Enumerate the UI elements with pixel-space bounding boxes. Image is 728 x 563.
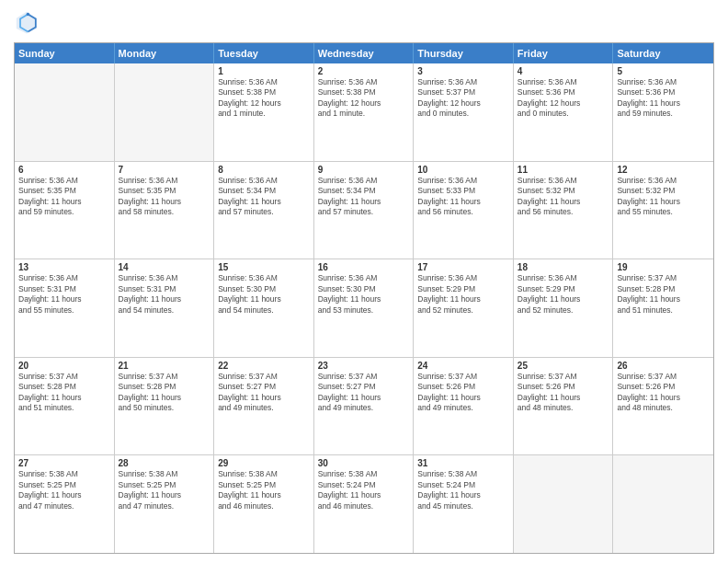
- logo-icon: [14, 9, 40, 35]
- calendar-body: 1Sunrise: 5:36 AMSunset: 5:38 PMDaylight…: [15, 63, 713, 553]
- week-row-4: 20Sunrise: 5:37 AMSunset: 5:28 PMDayligh…: [15, 358, 713, 456]
- cell-info: Sunrise: 5:38 AMSunset: 5:25 PMDaylight:…: [218, 469, 310, 511]
- cal-cell: 27Sunrise: 5:38 AMSunset: 5:25 PMDayligh…: [15, 455, 115, 553]
- day-number: 28: [119, 458, 210, 468]
- day-number: 12: [617, 165, 710, 175]
- day-number: 21: [119, 361, 210, 371]
- day-number: 2: [318, 66, 410, 76]
- cal-cell: [514, 455, 614, 553]
- day-number: 13: [18, 262, 110, 272]
- cell-info: Sunrise: 5:37 AMSunset: 5:28 PMDaylight:…: [119, 372, 210, 414]
- day-header-wednesday: Wednesday: [314, 43, 415, 63]
- cell-info: Sunrise: 5:37 AMSunset: 5:26 PMDaylight:…: [617, 372, 710, 414]
- day-number: 29: [218, 458, 310, 468]
- day-number: 10: [417, 165, 509, 175]
- day-number: 6: [18, 165, 110, 175]
- cell-info: Sunrise: 5:36 AMSunset: 5:33 PMDaylight:…: [417, 176, 509, 218]
- cell-info: Sunrise: 5:37 AMSunset: 5:27 PMDaylight:…: [318, 372, 410, 414]
- cal-cell: 8Sunrise: 5:36 AMSunset: 5:34 PMDaylight…: [214, 162, 314, 259]
- cal-cell: 11Sunrise: 5:36 AMSunset: 5:32 PMDayligh…: [514, 162, 614, 259]
- cell-info: Sunrise: 5:36 AMSunset: 5:36 PMDaylight:…: [617, 77, 710, 120]
- cell-info: Sunrise: 5:38 AMSunset: 5:25 PMDaylight:…: [18, 469, 110, 511]
- cell-info: Sunrise: 5:36 AMSunset: 5:37 PMDaylight:…: [417, 77, 509, 120]
- cell-info: Sunrise: 5:37 AMSunset: 5:27 PMDaylight:…: [218, 372, 310, 414]
- day-header-monday: Monday: [115, 43, 215, 63]
- cell-info: Sunrise: 5:36 AMSunset: 5:34 PMDaylight:…: [218, 176, 310, 218]
- day-number: 26: [617, 361, 710, 371]
- week-row-5: 27Sunrise: 5:38 AMSunset: 5:25 PMDayligh…: [15, 455, 713, 553]
- cal-cell: 2Sunrise: 5:36 AMSunset: 5:38 PMDaylight…: [314, 63, 415, 161]
- day-number: 27: [18, 458, 110, 468]
- day-number: 7: [119, 165, 210, 175]
- cal-cell: 31Sunrise: 5:38 AMSunset: 5:24 PMDayligh…: [414, 455, 514, 553]
- cal-cell: 22Sunrise: 5:37 AMSunset: 5:27 PMDayligh…: [214, 358, 314, 455]
- cal-cell: 21Sunrise: 5:37 AMSunset: 5:28 PMDayligh…: [115, 358, 215, 455]
- day-number: 18: [518, 262, 609, 272]
- cell-info: Sunrise: 5:37 AMSunset: 5:28 PMDaylight:…: [617, 273, 710, 316]
- cal-cell: 13Sunrise: 5:36 AMSunset: 5:31 PMDayligh…: [15, 259, 115, 357]
- day-number: 22: [218, 361, 310, 371]
- cell-info: Sunrise: 5:38 AMSunset: 5:24 PMDaylight:…: [417, 469, 509, 511]
- cell-info: Sunrise: 5:36 AMSunset: 5:35 PMDaylight:…: [18, 176, 110, 218]
- cal-cell: 26Sunrise: 5:37 AMSunset: 5:26 PMDayligh…: [613, 358, 713, 455]
- day-number: 30: [318, 458, 410, 468]
- cal-cell: [15, 63, 115, 161]
- calendar: SundayMondayTuesdayWednesdayThursdayFrid…: [14, 42, 714, 554]
- day-number: 4: [518, 66, 609, 76]
- cal-cell: [613, 455, 713, 553]
- day-number: 3: [417, 66, 509, 76]
- cell-info: Sunrise: 5:36 AMSunset: 5:38 PMDaylight:…: [318, 77, 410, 120]
- cal-cell: 10Sunrise: 5:36 AMSunset: 5:33 PMDayligh…: [414, 162, 514, 259]
- day-number: 9: [318, 165, 410, 175]
- day-number: 1: [218, 66, 310, 76]
- day-header-tuesday: Tuesday: [214, 43, 314, 63]
- cell-info: Sunrise: 5:36 AMSunset: 5:31 PMDaylight:…: [18, 273, 110, 316]
- day-number: 24: [417, 361, 509, 371]
- cell-info: Sunrise: 5:36 AMSunset: 5:36 PMDaylight:…: [518, 77, 609, 120]
- cell-info: Sunrise: 5:36 AMSunset: 5:31 PMDaylight:…: [119, 273, 210, 316]
- day-number: 5: [617, 66, 710, 76]
- cal-cell: 6Sunrise: 5:36 AMSunset: 5:35 PMDaylight…: [15, 162, 115, 259]
- cal-cell: 18Sunrise: 5:36 AMSunset: 5:29 PMDayligh…: [514, 259, 614, 357]
- cell-info: Sunrise: 5:37 AMSunset: 5:26 PMDaylight:…: [518, 372, 609, 414]
- day-number: 15: [218, 262, 310, 272]
- cell-info: Sunrise: 5:37 AMSunset: 5:26 PMDaylight:…: [417, 372, 509, 414]
- cal-cell: [115, 63, 215, 161]
- cell-info: Sunrise: 5:38 AMSunset: 5:25 PMDaylight:…: [119, 469, 210, 511]
- day-number: 11: [518, 165, 609, 175]
- cell-info: Sunrise: 5:36 AMSunset: 5:32 PMDaylight:…: [617, 176, 710, 218]
- svg-point-1: [27, 13, 30, 17]
- cell-info: Sunrise: 5:36 AMSunset: 5:32 PMDaylight:…: [518, 176, 609, 218]
- day-number: 8: [218, 165, 310, 175]
- cal-cell: 24Sunrise: 5:37 AMSunset: 5:26 PMDayligh…: [414, 358, 514, 455]
- cal-cell: 30Sunrise: 5:38 AMSunset: 5:24 PMDayligh…: [314, 455, 415, 553]
- day-number: 14: [119, 262, 210, 272]
- day-header-sunday: Sunday: [15, 43, 115, 63]
- header: [14, 9, 714, 35]
- day-number: 19: [617, 262, 710, 272]
- day-number: 23: [318, 361, 410, 371]
- day-number: 25: [518, 361, 609, 371]
- cell-info: Sunrise: 5:38 AMSunset: 5:24 PMDaylight:…: [318, 469, 410, 511]
- day-number: 20: [18, 361, 110, 371]
- logo: [14, 9, 43, 35]
- cell-info: Sunrise: 5:36 AMSunset: 5:38 PMDaylight:…: [218, 77, 310, 120]
- cell-info: Sunrise: 5:36 AMSunset: 5:29 PMDaylight:…: [417, 273, 509, 316]
- day-header-friday: Friday: [514, 43, 614, 63]
- cal-cell: 4Sunrise: 5:36 AMSunset: 5:36 PMDaylight…: [514, 63, 614, 161]
- day-header-thursday: Thursday: [414, 43, 514, 63]
- cal-cell: 28Sunrise: 5:38 AMSunset: 5:25 PMDayligh…: [115, 455, 215, 553]
- day-number: 31: [417, 458, 509, 468]
- day-number: 16: [318, 262, 410, 272]
- week-row-2: 6Sunrise: 5:36 AMSunset: 5:35 PMDaylight…: [15, 162, 713, 260]
- cal-cell: 12Sunrise: 5:36 AMSunset: 5:32 PMDayligh…: [613, 162, 713, 259]
- cal-cell: 19Sunrise: 5:37 AMSunset: 5:28 PMDayligh…: [613, 259, 713, 357]
- calendar-header: SundayMondayTuesdayWednesdayThursdayFrid…: [15, 43, 713, 63]
- cal-cell: 14Sunrise: 5:36 AMSunset: 5:31 PMDayligh…: [115, 259, 215, 357]
- cell-info: Sunrise: 5:37 AMSunset: 5:28 PMDaylight:…: [18, 372, 110, 414]
- week-row-1: 1Sunrise: 5:36 AMSunset: 5:38 PMDaylight…: [15, 63, 713, 162]
- page: SundayMondayTuesdayWednesdayThursdayFrid…: [0, 0, 728, 563]
- cal-cell: 16Sunrise: 5:36 AMSunset: 5:30 PMDayligh…: [314, 259, 415, 357]
- cal-cell: 25Sunrise: 5:37 AMSunset: 5:26 PMDayligh…: [514, 358, 614, 455]
- cal-cell: 5Sunrise: 5:36 AMSunset: 5:36 PMDaylight…: [613, 63, 713, 161]
